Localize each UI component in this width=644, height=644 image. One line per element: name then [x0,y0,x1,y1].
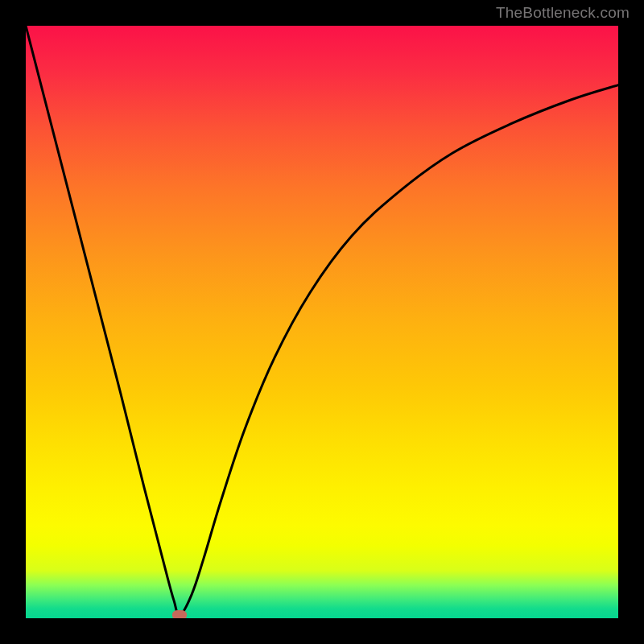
bottleneck-curve [26,26,618,618]
watermark-text: TheBottleneck.com [496,4,630,22]
chart-frame: TheBottleneck.com [0,0,644,644]
plot-area [26,26,618,618]
optimal-point-marker [172,610,187,618]
